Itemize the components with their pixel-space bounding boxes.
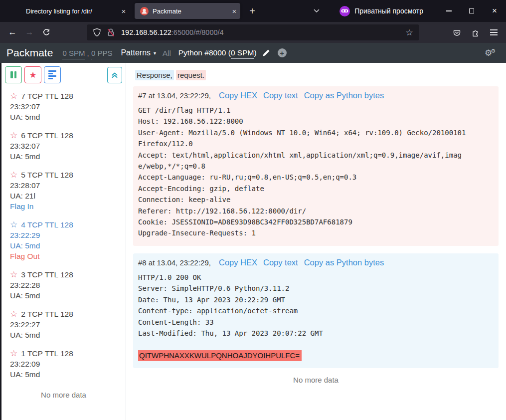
- packet-item-3[interactable]: ☆3 TCP TTL 128 23:22:28 UA: 5md: [10, 269, 117, 301]
- packet-item-5[interactable]: ☆5 TCP TTL 128 23:28:07 UA: 21l Flag In: [10, 170, 117, 211]
- pocket-button[interactable]: [448, 25, 465, 40]
- list-view-button[interactable]: [44, 66, 61, 83]
- packmate-favicon: [140, 7, 149, 15]
- main-no-more-data: No more data: [133, 376, 499, 384]
- filter-all[interactable]: All: [163, 49, 171, 57]
- url-bar[interactable]: 192.168.56.122:65000/#/8000/4 ☆: [87, 24, 419, 40]
- sidebar-controls: ★: [1, 66, 126, 83]
- packet-item-4-selected[interactable]: ☆4 TCP TTL 128 23:22:29 UA: 5md Flag Out: [10, 219, 117, 261]
- packet-item-2[interactable]: ☆2 TCP TTL 128 23:22:27 UA: 5md: [10, 309, 117, 340]
- block-header: #7 at 13.04, 23:22:29, Copy HEX Copy tex…: [138, 91, 494, 100]
- hamburger-icon: [490, 29, 498, 35]
- content-area: ★ ☆7 TCP TTL 128 23:32:07 U: [0, 63, 506, 420]
- flag-in-link[interactable]: Flag In: [10, 201, 117, 211]
- maximize-icon: [469, 8, 474, 13]
- packet-ua: UA: 21l: [10, 191, 117, 201]
- chevron-down-icon: [313, 7, 320, 14]
- favorites-filter-button[interactable]: ★: [24, 66, 41, 83]
- pps-counter: 0 PPS: [91, 49, 113, 59]
- service-label-close: ): [254, 48, 256, 57]
- settings-button[interactable]: ⚙⚙: [485, 48, 497, 58]
- list-all-tabs-button[interactable]: [309, 3, 325, 19]
- minimize-button[interactable]: [437, 0, 460, 22]
- packet-star-icon[interactable]: ☆: [10, 269, 17, 280]
- copy-python-link[interactable]: Copy as Python bytes: [304, 91, 384, 100]
- packet-title: 6 TCP TTL 128: [21, 130, 73, 141]
- packet-item-6[interactable]: ☆6 TCP TTL 128 23:32:07 UA: 5md: [10, 130, 117, 162]
- packet-sidebar: ★ ☆7 TCP TTL 128 23:32:07 U: [1, 63, 126, 420]
- packet-star-icon[interactable]: ☆: [10, 170, 17, 180]
- collapse-sidebar-button[interactable]: [107, 67, 122, 83]
- copy-python-link[interactable]: Copy as Python bytes: [304, 258, 384, 267]
- tab-close-icon[interactable]: ×: [228, 5, 240, 17]
- legend-response: Response,: [135, 70, 174, 80]
- back-button[interactable]: ←: [4, 25, 21, 40]
- pause-capture-button[interactable]: [5, 66, 22, 83]
- packet-title: 3 TCP TTL 128: [21, 269, 73, 280]
- packet-title: 7 TCP TTL 128: [21, 91, 73, 101]
- traffic-stats: 0 SPM , 0 PPS: [62, 49, 112, 57]
- pencil-icon: [262, 49, 270, 57]
- packet-title: 1 TCP TTL 128: [21, 348, 73, 359]
- tab-title: Directory listing for /dir/: [26, 7, 118, 15]
- tab-bar: Directory listing for /dir/ × Packmate ×…: [0, 0, 506, 22]
- extensions-button[interactable]: [467, 25, 484, 40]
- packmate-header: Packmate 0 SPM , 0 PPS Patterns▾ All Pyt…: [0, 43, 506, 63]
- packet-detail-pane: Response, request. #7 at 13.04, 23:22:29…: [126, 63, 506, 420]
- gear-small-icon: ⚙: [491, 48, 496, 54]
- packet-title: 5 TCP TTL 128: [21, 170, 73, 180]
- packet-ua: UA: 5md: [10, 112, 117, 122]
- sidebar-no-more-data: No more data: [1, 391, 126, 399]
- http-request-body: GET /dir/flag HTTP/1.1 Host: 192.168.56.…: [138, 105, 468, 239]
- packet-time: 23:22:28: [10, 280, 117, 290]
- service-tab-python-8000[interactable]: Python #8000 (0 SPM): [178, 48, 257, 57]
- patterns-dropdown[interactable]: Patterns▾: [121, 48, 156, 57]
- packet-star-icon[interactable]: ☆: [10, 309, 17, 319]
- request-block-7: #7 at 13.04, 23:22:29, Copy HEX Copy tex…: [133, 86, 499, 246]
- flag-out-link[interactable]: Flag Out: [10, 251, 117, 261]
- tab-title: Packmate: [153, 7, 228, 15]
- packet-time: 23:32:07: [10, 141, 117, 151]
- packet-id-label: #7 at 13.04, 23:22:29,: [138, 91, 211, 100]
- packet-time: 23:28:07: [10, 180, 117, 191]
- packet-star-icon[interactable]: ☆: [10, 130, 17, 141]
- new-tab-button[interactable]: +: [244, 3, 260, 19]
- packet-time: 23:32:07: [10, 101, 117, 112]
- maximize-button[interactable]: [460, 0, 483, 22]
- copy-text-link[interactable]: Copy text: [263, 258, 298, 267]
- copy-hex-link[interactable]: Copy HEX: [219, 258, 257, 267]
- packet-star-icon[interactable]: ☆: [10, 348, 17, 359]
- private-badge-label: Приватный просмотр: [354, 7, 423, 15]
- tab-close-icon[interactable]: ×: [118, 5, 130, 17]
- packet-title: 2 TCP TTL 128: [21, 309, 73, 319]
- tab-packmate[interactable]: Packmate ×: [135, 3, 240, 19]
- packet-item-1[interactable]: ☆1 TCP TTL 128 23:22:09 UA: 5md: [10, 348, 117, 380]
- packet-list: ☆7 TCP TTL 128 23:32:07 UA: 5md ☆6 TCP T…: [1, 91, 126, 388]
- copy-hex-link[interactable]: Copy HEX: [219, 91, 257, 100]
- packet-item-7[interactable]: ☆7 TCP TTL 128 23:32:07 UA: 5md: [10, 91, 117, 122]
- packet-star-icon[interactable]: ☆: [10, 219, 17, 230]
- edit-service-button[interactable]: [262, 49, 270, 57]
- block-header: #8 at 13.04, 23:22:29, Copy HEX Copy tex…: [138, 258, 494, 267]
- pattern-match-highlight: QITWPHNAXXKWULPQNHOAJDYOIHPULFC=: [138, 350, 302, 361]
- shield-icon[interactable]: [93, 28, 101, 37]
- private-mask-icon: [339, 6, 350, 16]
- forward-button: →: [21, 25, 38, 40]
- http-response-body: HTTP/1.0 200 OK Server: SimpleHTTP/0.6 P…: [138, 272, 468, 361]
- navigation-toolbar: ← → 192.168.56.122:65000/#/8000/4 ☆: [0, 22, 506, 43]
- menu-button[interactable]: [485, 25, 502, 40]
- insecure-lock-icon[interactable]: [107, 28, 115, 37]
- packet-id-label: #8 at 13.04, 23:22:29,: [138, 258, 211, 267]
- bookmark-star-icon[interactable]: ☆: [402, 25, 416, 39]
- copy-text-link[interactable]: Copy text: [263, 91, 298, 100]
- minimize-icon: [446, 10, 452, 11]
- double-chevron-up-icon: [111, 71, 119, 79]
- reload-button[interactable]: [38, 25, 55, 40]
- packet-star-icon[interactable]: ☆: [10, 91, 17, 101]
- pause-icon: [10, 71, 16, 78]
- window-close-button[interactable]: ×: [483, 0, 506, 22]
- url-path: :65000/#/8000/4: [171, 28, 224, 36]
- packet-time: 23:22:27: [10, 319, 117, 330]
- tab-directory-listing[interactable]: Directory listing for /dir/ ×: [8, 3, 130, 19]
- add-service-button[interactable]: +: [278, 48, 287, 57]
